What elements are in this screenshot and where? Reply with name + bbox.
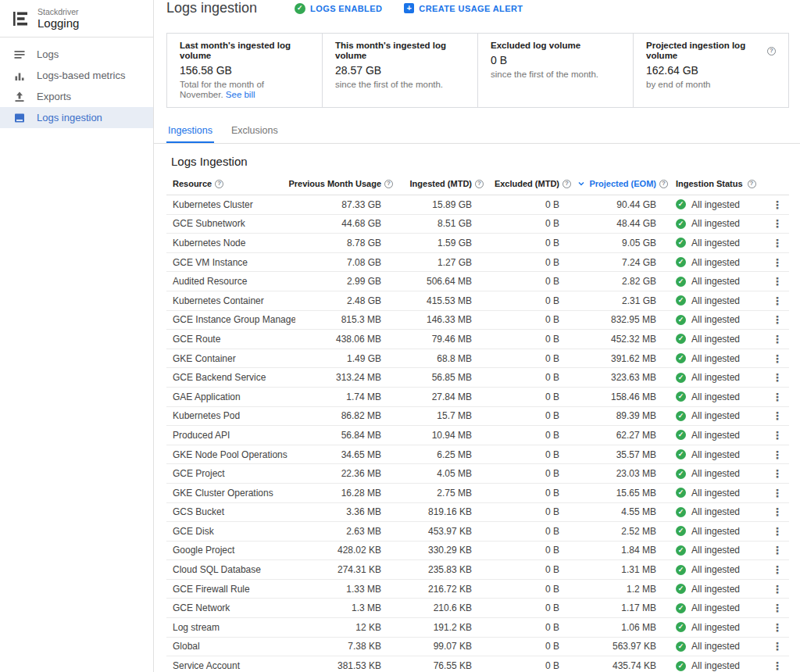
resource-cell: GCE VM Instance — [166, 257, 295, 268]
card-title: Last month's ingested log volume — [180, 41, 309, 61]
check-circle-icon — [295, 3, 305, 14]
ingested-mtd-cell: 210.6 KB — [393, 602, 484, 613]
table-row: Produced API 56.84 MB 10.94 MB 0 B 62.27… — [166, 426, 789, 445]
row-menu-button[interactable] — [767, 294, 788, 308]
table-row: Kubernetes Pod 86.82 MB 15.7 MB 0 B 89.3… — [166, 407, 789, 427]
sidebar-item-logs-ingestion[interactable]: Logs ingestion — [0, 107, 153, 128]
row-menu-button[interactable] — [767, 601, 788, 615]
status-check-circle-icon — [676, 334, 686, 344]
row-menu-button[interactable] — [767, 352, 788, 366]
row-actions-cell — [766, 620, 789, 634]
help-icon[interactable] — [562, 180, 571, 188]
status-check-circle-icon — [676, 430, 686, 440]
row-menu-button[interactable] — [767, 409, 788, 423]
row-menu-button[interactable] — [767, 505, 788, 519]
logs-enabled-button[interactable]: LOGS ENABLED — [295, 3, 382, 14]
ingestion-icon — [13, 112, 26, 124]
previous-month-usage-cell: 381.53 KB — [295, 660, 393, 671]
row-menu-button[interactable] — [767, 428, 788, 442]
column-header-projected-eom[interactable]: Projected (EOM) — [571, 179, 668, 188]
row-menu-button[interactable] — [767, 582, 788, 596]
row-actions-cell — [766, 274, 789, 288]
previous-month-usage-cell: 16.28 MB — [295, 488, 393, 499]
help-icon[interactable] — [215, 180, 223, 188]
row-menu-button[interactable] — [767, 659, 788, 672]
see-bill-link[interactable]: See bill — [226, 90, 255, 99]
help-icon[interactable] — [475, 180, 484, 188]
ingested-mtd-cell: 2.75 MB — [393, 488, 484, 499]
row-actions-cell — [766, 448, 789, 462]
row-menu-button[interactable] — [767, 313, 788, 327]
row-menu-button[interactable] — [767, 236, 788, 250]
column-header-previous-month-usage[interactable]: Previous Month Usage — [295, 179, 393, 188]
column-header-ingested-mtd[interactable]: Ingested (MTD) — [393, 179, 484, 188]
row-menu-button[interactable] — [767, 543, 788, 557]
row-menu-button[interactable] — [767, 563, 788, 577]
tab-exclusions[interactable]: Exclusions — [230, 119, 280, 143]
help-icon[interactable] — [767, 47, 776, 55]
table-row: Log stream 12 KB 191.2 KB 0 B 1.06 MB Al… — [166, 618, 789, 638]
projected-eom-cell: 90.44 GB — [571, 199, 668, 210]
row-menu-button[interactable] — [767, 639, 788, 653]
resource-cell: Produced API — [166, 430, 295, 441]
status-label: All ingested — [691, 257, 740, 268]
row-menu-button[interactable] — [767, 332, 788, 346]
row-actions-cell — [766, 505, 789, 519]
excluded-mtd-cell: 0 B — [484, 372, 571, 383]
resource-cell: GCE Project — [166, 468, 295, 479]
row-menu-button[interactable] — [767, 216, 788, 231]
projected-eom-cell: 48.44 GB — [571, 218, 668, 229]
table-row: Service Account 381.53 KB 76.55 KB 0 B 4… — [166, 656, 789, 672]
row-menu-button[interactable] — [767, 524, 788, 538]
page-title: Logs ingestion — [166, 0, 257, 16]
previous-month-usage-cell: 274.31 KB — [295, 564, 393, 575]
help-icon[interactable] — [748, 180, 756, 188]
sidebar-item-exports[interactable]: Exports — [0, 86, 153, 107]
help-icon[interactable] — [659, 180, 668, 188]
resource-cell: GAE Application — [166, 391, 295, 402]
tab-ingestions[interactable]: Ingestions — [166, 119, 214, 143]
row-menu-button[interactable] — [767, 620, 788, 634]
projected-eom-cell: 563.97 KB — [571, 641, 668, 652]
card-title: Excluded log volume — [491, 41, 620, 51]
create-usage-alert-button[interactable]: CREATE USAGE ALERT — [404, 3, 523, 13]
table-header: Resource Previous Month Usage Ingested (… — [166, 173, 789, 195]
table-row: GKE Node Pool Operations 34.65 MB 6.25 M… — [166, 445, 789, 465]
row-menu-button[interactable] — [767, 390, 788, 404]
row-actions-cell — [766, 370, 789, 384]
sidebar-item-logs-based-metrics[interactable]: Logs-based metrics — [0, 65, 153, 86]
row-menu-button[interactable] — [767, 256, 788, 270]
help-icon[interactable] — [384, 180, 393, 188]
row-actions-cell — [766, 524, 789, 538]
status-check-circle-icon — [676, 315, 686, 325]
projected-eom-cell: 2.82 GB — [571, 276, 668, 287]
row-menu-button[interactable] — [767, 274, 788, 288]
resource-cell: Kubernetes Container — [166, 295, 295, 306]
table-row: GCE VM Instance 7.08 GB 1.27 GB 0 B 7.24… — [166, 253, 789, 273]
table-row: GKE Container 1.49 GB 68.8 MB 0 B 391.62… — [166, 349, 789, 369]
excluded-mtd-cell: 0 B — [484, 238, 571, 248]
card-subtitle-text: since the first of the month. — [335, 80, 443, 89]
row-menu-button[interactable] — [767, 466, 788, 481]
column-header-ingestion-status[interactable]: Ingestion Status — [668, 179, 766, 188]
excluded-mtd-cell: 0 B — [484, 314, 571, 325]
table-row: Google Project 428.02 KB 330.29 KB 0 B 1… — [166, 542, 789, 561]
column-label: Ingested (MTD) — [410, 179, 472, 188]
table-row: GCE Project 22.36 MB 4.05 MB 0 B 23.03 M… — [166, 464, 789, 484]
table-row: Audited Resource 2.99 GB 506.64 MB 0 B 2… — [166, 272, 789, 291]
column-label: Previous Month Usage — [288, 179, 381, 188]
row-menu-button[interactable] — [767, 448, 788, 462]
excluded-mtd-cell: 0 B — [484, 276, 571, 287]
status-check-circle-icon — [676, 565, 686, 575]
excluded-mtd-cell: 0 B — [484, 218, 571, 229]
row-menu-button[interactable] — [767, 486, 788, 500]
status-check-circle-icon — [676, 391, 686, 402]
column-header-resource[interactable]: Resource — [166, 179, 295, 188]
row-menu-button[interactable] — [767, 370, 788, 384]
brand: Stackdriver Logging — [0, 0, 153, 38]
sidebar-item-logs[interactable]: Logs — [0, 44, 153, 65]
column-header-excluded-mtd[interactable]: Excluded (MTD) — [484, 179, 571, 188]
resource-cell: Global — [166, 641, 295, 652]
status-label: All ingested — [691, 199, 740, 210]
row-menu-button[interactable] — [767, 198, 788, 212]
